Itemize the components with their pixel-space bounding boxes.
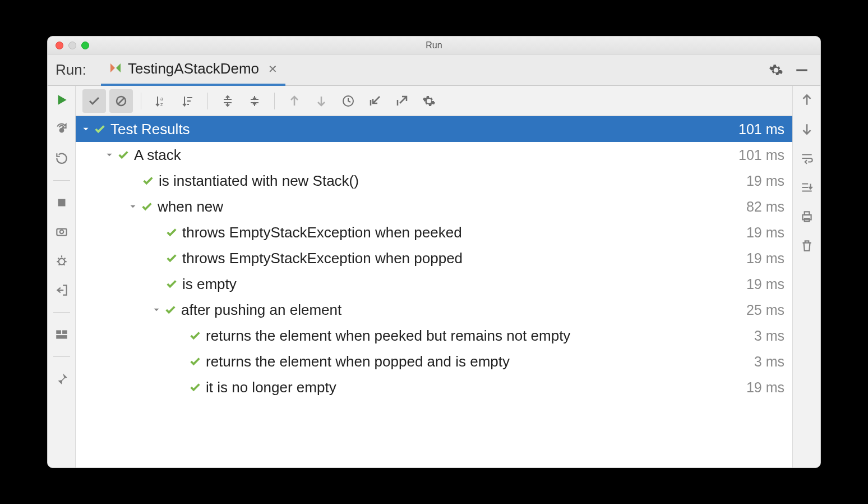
sort-alpha-button[interactable]: az: [149, 89, 173, 113]
collapse-all-button[interactable]: [243, 89, 266, 113]
close-window-button[interactable]: [56, 42, 63, 49]
test-label: throws EmptyStackException when popped: [182, 250, 741, 267]
window-controls: [56, 42, 89, 49]
right-gutter: [792, 86, 820, 468]
export-tests-button[interactable]: [390, 89, 414, 113]
run-config-icon: [109, 61, 122, 77]
next-test-button[interactable]: [310, 89, 333, 113]
expand-all-button[interactable]: [216, 89, 239, 113]
check-icon: [140, 200, 154, 213]
test-label: when new: [158, 198, 741, 216]
test-label: throws EmptyStackException when peeked: [182, 224, 741, 241]
close-tab-icon[interactable]: ✕: [268, 62, 278, 76]
run-config-tab-label: TestingAStackDemo: [128, 60, 259, 77]
titlebar: Run: [48, 36, 820, 54]
svg-rect-7: [62, 330, 67, 334]
run-label: Run:: [56, 61, 86, 79]
chevron-down-icon[interactable]: [126, 201, 140, 212]
chevron-down-icon[interactable]: [150, 305, 163, 315]
tree-row[interactable]: after pushing an element 25 ms: [76, 297, 792, 323]
tree-row[interactable]: A stack 101 ms: [76, 142, 792, 168]
run-config-tab[interactable]: TestingAStackDemo ✕: [101, 54, 285, 86]
tree-row-root[interactable]: Test Results 101 ms: [76, 116, 792, 142]
test-label: after pushing an element: [181, 301, 741, 319]
tab-bar: Run: TestingAStackDemo ✕: [48, 54, 820, 86]
soft-wrap-button[interactable]: [798, 150, 815, 167]
test-label: is empty: [182, 276, 741, 293]
test-label: A stack: [134, 146, 733, 164]
scroll-up-button[interactable]: [798, 91, 815, 108]
sort-duration-button[interactable]: [176, 89, 200, 113]
test-time: 101 ms: [738, 121, 784, 138]
check-icon: [188, 381, 202, 393]
check-icon: [164, 226, 179, 239]
test-time: 25 ms: [746, 302, 784, 318]
debug-button[interactable]: [53, 253, 70, 269]
tree-row[interactable]: throws EmptyStackException when popped 1…: [76, 245, 792, 271]
check-icon: [141, 175, 155, 187]
chevron-down-icon[interactable]: [79, 124, 93, 134]
left-gutter: [48, 86, 76, 468]
svg-text:z: z: [160, 102, 163, 107]
test-label: Test Results: [110, 121, 733, 138]
window-title: Run: [48, 40, 820, 51]
test-time: 101 ms: [738, 147, 784, 163]
show-passed-button[interactable]: [82, 89, 106, 113]
svg-point-5: [58, 259, 64, 265]
test-time: 19 ms: [746, 224, 784, 241]
tree-row[interactable]: is instantiated with new Stack() 19 ms: [76, 168, 792, 194]
body: az Test Results 101 ms: [48, 86, 820, 468]
test-history-button[interactable]: [336, 89, 360, 113]
import-tests-button[interactable]: [363, 89, 387, 113]
maximize-window-button[interactable]: [81, 42, 89, 49]
svg-line-10: [118, 98, 124, 104]
test-settings-button[interactable]: [417, 89, 441, 113]
check-icon: [93, 123, 107, 135]
center-panel: az Test Results 101 ms: [76, 86, 792, 468]
check-icon: [116, 149, 131, 161]
check-icon: [164, 278, 179, 290]
test-label: is instantiated with new Stack(): [159, 172, 741, 190]
tree-row[interactable]: returns the element when peeked but rema…: [76, 323, 792, 349]
test-label: returns the element when popped and is e…: [206, 353, 749, 370]
tree-row[interactable]: throws EmptyStackException when peeked 1…: [76, 219, 792, 245]
stop-button[interactable]: [53, 194, 70, 211]
tree-row[interactable]: when new 82 ms: [76, 194, 792, 219]
svg-rect-2: [58, 199, 65, 207]
test-toolbar: az: [76, 86, 792, 116]
pin-button[interactable]: [53, 370, 70, 387]
test-time: 19 ms: [746, 250, 784, 267]
toggle-auto-test-button[interactable]: [53, 121, 70, 138]
test-time: 19 ms: [746, 379, 784, 396]
check-icon: [164, 252, 179, 264]
show-ignored-button[interactable]: [109, 89, 133, 113]
dump-threads-button[interactable]: [53, 223, 70, 240]
layout-button[interactable]: [53, 326, 70, 343]
tree-row[interactable]: it is no longer empty 19 ms: [76, 374, 792, 400]
chevron-down-icon[interactable]: [103, 150, 116, 160]
svg-rect-15: [804, 212, 809, 214]
tree-row[interactable]: is empty 19 ms: [76, 271, 792, 297]
svg-point-4: [59, 230, 63, 234]
rerun-failed-button[interactable]: [53, 150, 70, 167]
check-icon: [188, 355, 202, 368]
clear-all-button[interactable]: [798, 237, 815, 254]
svg-rect-6: [56, 330, 61, 334]
exit-button[interactable]: [53, 282, 70, 299]
run-tool-window: Run Run: TestingAStackDemo ✕: [47, 36, 821, 468]
prev-test-button[interactable]: [283, 89, 306, 113]
scroll-down-button[interactable]: [798, 121, 815, 138]
check-icon: [163, 304, 178, 316]
check-icon: [188, 329, 202, 342]
settings-icon[interactable]: [769, 63, 783, 77]
hide-icon[interactable]: [795, 63, 809, 77]
test-time: 3 ms: [754, 354, 784, 370]
tree-row[interactable]: returns the element when popped and is e…: [76, 349, 792, 374]
rerun-button[interactable]: [53, 91, 70, 108]
minimize-window-button[interactable]: [68, 42, 76, 49]
scroll-to-end-button[interactable]: [798, 179, 815, 196]
svg-point-1: [59, 129, 63, 132]
test-tree[interactable]: Test Results 101 ms A stack 101 ms is in…: [76, 116, 792, 468]
print-button[interactable]: [798, 208, 815, 225]
test-time: 19 ms: [746, 276, 784, 292]
